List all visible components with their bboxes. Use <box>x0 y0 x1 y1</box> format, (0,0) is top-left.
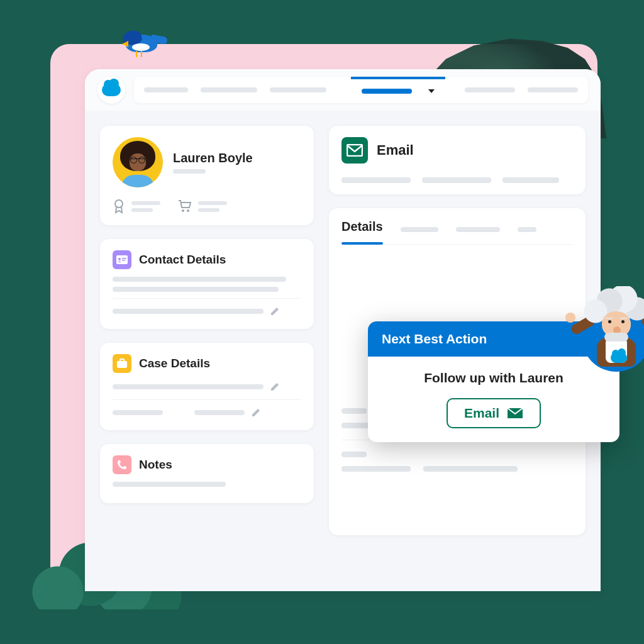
email-button[interactable]: Email <box>447 398 541 428</box>
pencil-icon[interactable] <box>270 382 279 392</box>
contact-name: Lauren Boyle <box>173 151 253 165</box>
award-icon <box>113 199 125 214</box>
envelope-icon <box>507 408 523 419</box>
email-card: Email <box>329 126 586 194</box>
svg-point-5 <box>118 258 121 260</box>
cloud-icon <box>102 84 121 96</box>
nav-item[interactable] <box>270 87 326 92</box>
pencil-icon[interactable] <box>251 408 260 418</box>
email-button-label: Email <box>464 406 499 421</box>
case-details-card: Case Details <box>100 343 314 430</box>
details-card: Details <box>329 208 586 535</box>
avatar[interactable] <box>113 137 163 187</box>
svg-rect-9 <box>120 359 124 362</box>
nav-item[interactable] <box>465 87 515 92</box>
salesforce-logo[interactable] <box>97 76 125 104</box>
phone-icon <box>113 455 131 474</box>
tab-details[interactable]: Details <box>341 219 383 239</box>
nav-item[interactable] <box>201 87 257 92</box>
notes-card: Notes <box>100 444 314 503</box>
einstein-mascot <box>569 284 644 384</box>
tab-item[interactable] <box>401 227 438 232</box>
tab-item[interactable] <box>518 227 536 232</box>
section-title: Notes <box>139 458 172 472</box>
envelope-icon <box>341 137 368 164</box>
cloud-icon <box>611 353 627 363</box>
app-window: Lauren Boyle <box>85 69 601 591</box>
email-panel-title: Email <box>377 142 414 158</box>
nav-item-active[interactable] <box>351 77 445 103</box>
contact-subtitle-placeholder <box>173 169 206 174</box>
top-bar <box>85 69 601 111</box>
section-title: Case Details <box>139 357 210 370</box>
svg-point-2 <box>187 209 189 212</box>
decorative-bird <box>119 28 170 60</box>
meta-badge <box>113 199 160 214</box>
id-card-icon <box>113 250 131 269</box>
cart-icon <box>178 200 192 213</box>
contact-details-card: Contact Details <box>100 239 314 329</box>
chevron-down-icon <box>428 89 435 93</box>
nav-item[interactable] <box>528 87 578 92</box>
svg-rect-7 <box>122 260 125 261</box>
svg-rect-6 <box>122 258 126 259</box>
briefcase-icon <box>113 354 131 373</box>
svg-point-0 <box>115 200 123 208</box>
meta-cart <box>178 199 227 214</box>
pencil-icon[interactable] <box>270 307 279 316</box>
svg-point-1 <box>182 209 184 212</box>
next-best-action-panel: Next Best Action Follow up with Lauren E… <box>368 321 619 442</box>
tab-item[interactable] <box>456 227 500 232</box>
nav-item[interactable] <box>144 87 188 92</box>
nav-strip <box>134 77 588 103</box>
section-title: Contact Details <box>139 253 226 267</box>
profile-card: Lauren Boyle <box>100 126 314 225</box>
